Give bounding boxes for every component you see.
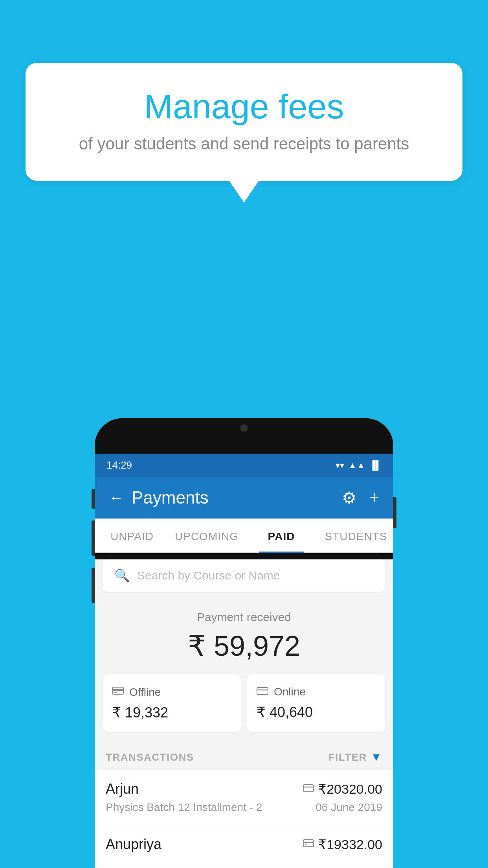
transaction-row[interactable]: Arjun ₹20320.00 Physics — [95, 770, 393, 825]
filter-button[interactable]: FILTER ▼ — [328, 751, 382, 763]
transaction-top: Anupriya ₹19332.00 — [106, 836, 382, 853]
front-camera — [240, 424, 248, 432]
settings-icon[interactable]: ⚙ — [342, 488, 357, 508]
battery-icon: ▐▌ — [369, 460, 382, 471]
offline-label: Offline — [129, 686, 161, 699]
transaction-row[interactable]: Anupriya ₹19332.00 — [95, 825, 393, 868]
svg-rect-3 — [257, 688, 268, 695]
volume-down-button — [92, 520, 95, 556]
phone-wrapper: 14:29 ▾▾ ▲▲ ▐▌ ← Payments ⚙ + — [95, 418, 393, 868]
wifi-icon: ▾▾ — [336, 460, 344, 471]
app-header: ← Payments ⚙ + — [95, 477, 393, 519]
payment-cards: Offline ₹ 19,332 Online — [95, 674, 393, 741]
filter-icon: ▼ — [371, 751, 382, 763]
status-icons: ▾▾ ▲▲ ▐▌ — [336, 460, 382, 471]
online-amount: ₹ 40,640 — [257, 704, 376, 721]
offline-icon — [112, 685, 124, 699]
payment-received-section: Payment received ₹ 59,972 — [95, 595, 393, 674]
offline-card: Offline ₹ 19,332 — [103, 674, 241, 732]
speech-bubble: Manage fees of your students and send re… — [26, 63, 462, 181]
status-bar: 14:29 ▾▾ ▲▲ ▐▌ — [95, 454, 393, 477]
online-card-header: Online — [257, 685, 376, 699]
offline-amount: ₹ 19,332 — [112, 704, 231, 721]
svg-rect-1 — [112, 689, 123, 691]
online-icon — [257, 685, 268, 699]
volume-up-button — [92, 489, 95, 509]
phone-notch — [226, 418, 262, 438]
phone-top-bezel — [95, 418, 393, 454]
transactions-header: TRANSACTIONS FILTER ▼ — [95, 741, 393, 770]
add-icon[interactable]: + — [369, 488, 379, 507]
phone-container: 14:29 ▾▾ ▲▲ ▐▌ ← Payments ⚙ + — [95, 418, 393, 868]
power-button — [393, 497, 396, 528]
transaction-course: Physics Batch 12 Installment - 2 — [106, 801, 262, 814]
tab-upcoming[interactable]: UPCOMING — [169, 519, 244, 552]
bubble-title: Manage fees — [57, 86, 431, 127]
back-button[interactable]: ← — [109, 489, 124, 506]
payment-amount: ₹ 59,972 — [103, 629, 385, 662]
svg-rect-8 — [303, 842, 314, 843]
transaction-date: 06 June 2019 — [316, 801, 382, 814]
search-bar[interactable]: 🔍 Search by Course or Name — [103, 559, 385, 592]
bubble-subtitle: of your students and send receipts to pa… — [57, 134, 431, 153]
transaction-name: Arjun — [106, 781, 139, 797]
header-left: ← Payments — [109, 488, 209, 508]
transactions-label: TRANSACTIONS — [106, 751, 194, 763]
tab-unpaid[interactable]: UNPAID — [95, 519, 169, 552]
online-label: Online — [274, 686, 306, 698]
tab-bar: UNPAID UPCOMING PAID STUDENTS — [95, 519, 393, 553]
online-card: Online ₹ 40,640 — [247, 674, 385, 732]
signal-icon: ▲▲ — [348, 460, 365, 471]
search-placeholder: Search by Course or Name — [137, 569, 280, 582]
tab-paid[interactable]: PAID — [244, 519, 319, 552]
tab-students[interactable]: STUDENTS — [319, 519, 393, 552]
transaction-amount-wrap: ₹20320.00 — [303, 781, 382, 797]
transaction-amount-wrap: ₹19332.00 — [303, 837, 382, 852]
transaction-mode-icon — [303, 783, 314, 795]
offline-card-header: Offline — [112, 685, 231, 699]
filter-label: FILTER — [328, 751, 367, 763]
transaction-amount: ₹19332.00 — [318, 837, 382, 852]
phone-content: 🔍 Search by Course or Name Payment recei… — [95, 559, 393, 868]
transaction-mode-icon — [303, 838, 314, 851]
silent-button — [92, 568, 95, 603]
svg-rect-5 — [303, 785, 314, 792]
transaction-bottom: Physics Batch 12 Installment - 2 06 June… — [106, 801, 382, 814]
phone-frame: 14:29 ▾▾ ▲▲ ▐▌ ← Payments ⚙ + — [95, 418, 393, 868]
transaction-amount: ₹20320.00 — [318, 781, 382, 797]
speech-bubble-container: Manage fees of your students and send re… — [26, 63, 462, 181]
payment-received-label: Payment received — [103, 611, 385, 624]
status-time: 14:29 — [106, 459, 132, 471]
transaction-name: Anupriya — [106, 836, 161, 853]
header-actions: ⚙ + — [342, 488, 379, 508]
search-icon: 🔍 — [114, 568, 130, 583]
page-title: Payments — [132, 488, 209, 508]
transaction-top: Arjun ₹20320.00 — [106, 781, 382, 797]
